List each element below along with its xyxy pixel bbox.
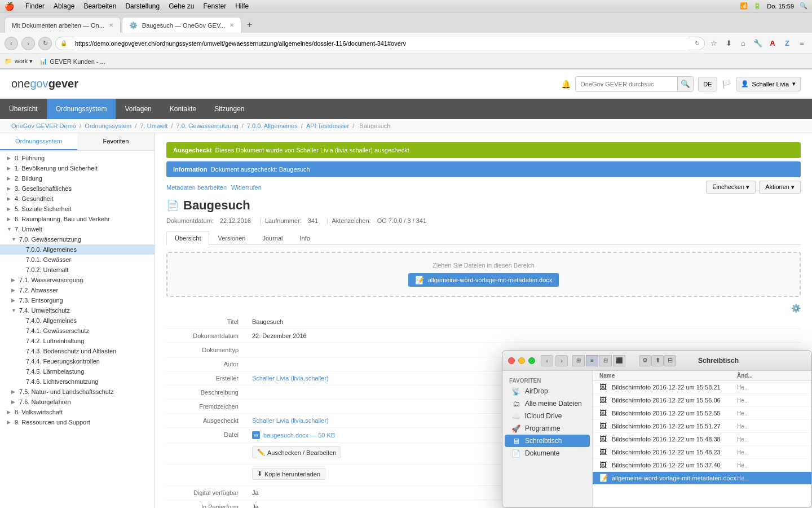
nav-kontakte[interactable]: Kontakte [161,99,205,119]
tab-info[interactable]: Info [291,231,318,245]
browser-tab-2[interactable]: ⚙️ Baugesuch — OneGov GEV... ✕ [122,17,242,33]
sidebar-item-s74[interactable]: ▼7.4. Umweltschutz [0,305,155,316]
nav-ubersicht[interactable]: Übersicht [0,99,47,119]
breadcrumb-4[interactable]: 7.0. Gewässernutzung [176,122,239,129]
sidebar-item-s745[interactable]: 7.4.5. Lärmbelastung [0,366,155,376]
einchecken-btn[interactable]: Einchecken ▾ [706,181,756,194]
finder-sidebar-item-all_files[interactable]: 🗂 Alle meine Dateien [505,397,590,410]
sidebar-item-s744[interactable]: 7.4.4. Feuerungskontrollen [0,356,155,366]
action-btn[interactable]: ✏️ Auschecken / Bearbeiten [252,446,341,458]
tab-journal[interactable]: Journal [254,231,291,245]
finder-file-item[interactable]: 🖼 Bildschirmfoto 2016-12-22 um 15.48.23 … [593,446,811,459]
refresh-btn[interactable]: ↻ [38,37,52,50]
browser-tab-1[interactable]: Mit Dokumenten arbeiten — On... ✕ [5,17,121,33]
finder-minimize-btn[interactable] [518,357,525,364]
download-icon[interactable]: ⬇ [723,38,734,49]
back-btn[interactable]: ‹ [5,37,18,50]
file-link[interactable]: baugesuch.docx — 50 KB [263,432,335,439]
menu-bearbeiten[interactable]: Bearbeiten [83,2,116,10]
menu-hamburger[interactable]: ≡ [796,38,807,49]
finder-sidebar-item-icloud[interactable]: ☁️ iCloud Drive [505,410,590,422]
bookmark-star[interactable]: ☆ [708,38,720,49]
tools-icon[interactable]: 🔧 [752,38,764,49]
finder-share-btn[interactable]: ⬆ [651,355,664,366]
sidebar-item-s740[interactable]: 7.4.0. Allgemeines [0,316,155,326]
sidebar-item-s702[interactable]: 7.0.2. Unterhalt [0,265,155,275]
breadcrumb-5[interactable]: 7.0.0. Allgemeines [247,122,298,129]
tab-ubersicht[interactable]: Übersicht [166,231,209,245]
finder-sidebar-item-desktop[interactable]: 🖥 Schreibtisch [505,435,590,447]
sidebar-item-s1[interactable]: ▶1. Bevölkerung und Sicherheit [0,163,155,173]
finder-file-item[interactable]: 🖼 Bildschirmfoto 2016-12-22 um 15.52.55 … [593,407,811,420]
tab-2-close[interactable]: ✕ [230,22,234,28]
finder-sidebar-item-programmes[interactable]: 🚀 Programme [505,422,590,435]
finder-file-item[interactable]: 🖼 Bildschirmfoto 2016-12-22 um 15.48.38 … [593,433,811,446]
finder-file-item[interactable]: 🖼 Bildschirmfoto 2016-12-22 um 15.37.40 … [593,459,811,472]
notification-bell[interactable]: 🔔 [561,80,571,89]
meta-link[interactable]: Schaller Livia (livia.schaller) [252,417,329,424]
menu-ablage[interactable]: Ablage [54,2,74,10]
sidebar-item-s8[interactable]: ▶8. Volkswirtschaft [0,407,155,417]
aktionen-btn[interactable]: Aktionen ▾ [759,181,801,194]
sidebar-item-s743[interactable]: 7.4.3. Bodenschutz und Altlasten [0,346,155,356]
widerrufen-link[interactable]: Widerrufen [231,184,262,191]
nav-sitzungen[interactable]: Sitzungen [205,99,253,119]
search-button[interactable]: 🔍 [677,77,693,91]
sidebar-item-s742[interactable]: 7.4.2. Luftreinhaltung [0,336,155,346]
sidebar-item-s9[interactable]: ▶9. Ressourcen und Support [0,417,155,427]
finder-more-btn[interactable]: ⊟ [664,355,676,366]
user-icon-red[interactable]: A [767,38,778,49]
sidebar-item-s700[interactable]: 7.0.0. Allgemeines [0,244,155,255]
sidebar-item-s4[interactable]: ▶4. Gesundheit [0,194,155,204]
menu-hilfe[interactable]: Hilfe [235,2,249,10]
finder-maximize-btn[interactable] [528,357,535,364]
forward-btn[interactable]: › [21,37,35,50]
settings-gear-icon[interactable]: ⚙️ [791,304,801,313]
breadcrumb-3[interactable]: 7. Umwelt [140,122,167,129]
finder-file-item[interactable]: 🖼 Bildschirmfoto 2016-12-22 um 15.51.27 … [593,420,811,433]
finder-cover-view[interactable]: ⬛ [613,355,625,366]
sidebar-item-s701[interactable]: 7.0.1. Gewässer [0,255,155,265]
finder-forward-btn[interactable]: › [555,355,568,366]
tab-versionen[interactable]: Versionen [209,231,254,245]
finder-sidebar-item-airdrop[interactable]: 📡 AirDrop [505,385,590,397]
sidebar-item-s75[interactable]: ▶7.5. Natur- und Landschaftsschutz [0,387,155,397]
drop-zone[interactable]: Ziehen Sie Dateien in diesen Bereich 📝 a… [166,252,801,297]
finder-list-view[interactable]: ≡ [586,355,598,366]
sidebar-item-s0[interactable]: ▶0. Führung [0,153,155,163]
sidebar-item-s2[interactable]: ▶2. Bildung [0,173,155,183]
sidebar-tab-favoriten[interactable]: Favoriten [77,133,155,150]
sidebar-item-s73[interactable]: ▶7.3. Entsorgung [0,295,155,305]
sidebar-item-s5[interactable]: ▶5. Soziale Sicherheit [0,204,155,214]
finder-arrange-btn[interactable]: ⚙ [639,355,651,366]
sidebar-item-s746[interactable]: 7.4.6. Lichtverschmutzung [0,376,155,387]
menu-finder[interactable]: Finder [25,2,45,10]
lang-button[interactable]: DE [698,77,717,91]
finder-sidebar-item-documents[interactable]: 📄 Dokumente [505,447,590,459]
sidebar-tab-ordnungssystem[interactable]: Ordnungssystem [0,133,77,150]
action-btn[interactable]: ⬇ Kopie herunterladen [252,468,325,480]
sidebar-item-s70[interactable]: ▼7.0. Gewässernutzung [0,234,155,244]
tab-1-close[interactable]: ✕ [109,22,113,28]
user-button[interactable]: 👤 Schaller Livia ▾ [736,77,801,91]
sidebar-item-s71[interactable]: ▶7.1. Wasserversorgung [0,275,155,285]
sidebar-item-s6[interactable]: ▶6. Raumplanung, Bau und Verkehr [0,214,155,224]
bookmark-icon-blue[interactable]: Z [782,38,793,49]
search-input[interactable] [576,77,677,91]
url-bar[interactable] [69,37,692,50]
finder-back-btn[interactable]: ‹ [541,355,553,366]
menu-darstellung[interactable]: Darstellung [125,2,160,10]
menu-fenster[interactable]: Fenster [204,2,227,10]
finder-file-item[interactable]: 🖼 Bildschirmfoto 2016-12-22 um 15.58.21 … [593,381,811,394]
finder-close-btn[interactable] [508,357,515,364]
new-tab-btn[interactable]: + [242,18,256,32]
breadcrumb-6[interactable]: API Testdossier [306,122,349,129]
breadcrumb-2[interactable]: Ordnungssystem [85,122,131,129]
bookmark-gever[interactable]: 📊 GEVER Kunden - ... [39,58,105,65]
nav-ordnungssystem[interactable]: Ordnungssystem [47,99,116,119]
menu-gehe-zu[interactable]: Gehe zu [169,2,194,10]
finder-column-view[interactable]: ⊟ [599,355,612,366]
finder-icon-view[interactable]: ⊞ [572,355,585,366]
metadaten-bearbeiten-link[interactable]: Metadaten bearbeiten [166,184,227,191]
file-chip[interactable]: 📝 allgemeine-word-vorlage-mit-metadaten.… [408,273,559,287]
